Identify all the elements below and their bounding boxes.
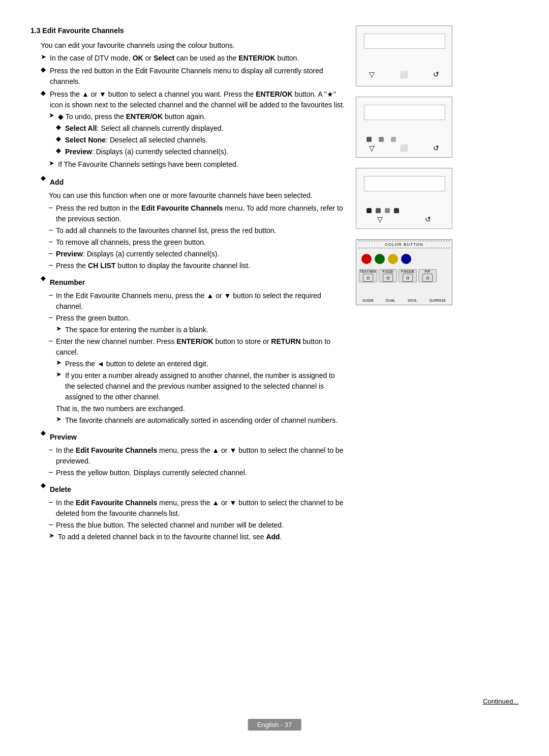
diag1-icon-return: ↺ [433,70,439,78]
sub-bullet-text-3: Preview: Displays (a) currently selected… [65,147,346,157]
diag4-color-buttons [361,254,411,264]
surround-label: SURR01E [430,299,446,302]
diag2-dot-3 [391,137,396,142]
green-button [375,254,385,264]
renumber-dash-text-1: In the Edit Favourite Channels menu, pre… [56,290,346,312]
diag3-dots [367,208,399,213]
add-header: Add [50,177,346,188]
preview-dash-text-1: In the Edit Favourite Channels menu, pre… [56,445,346,467]
preview-dash-1: – In the Edit Favourite Channels menu, p… [30,445,346,467]
dash-icon-d1: – [49,498,56,506]
delete-arrow-text-1: To add a deleted channel back in to the … [58,532,346,542]
add-dash-3: – To remove all channels, press the gree… [30,237,346,248]
diag4-bottom-labels: GUIDE DUAL SOUL SURR01E [356,299,452,302]
arrow-icon-r2: ➤ [56,359,65,366]
renumber-arrow-3: ➤ If you enter a number already assigned… [30,370,346,402]
dash-icon-4: – [49,249,56,257]
diag3-dot-3 [385,208,390,213]
sub-bullet-selectnone: ◆ Select None: Deselect all selected cha… [30,135,346,146]
diamond-icon-add: ◆ [41,174,50,182]
renumber-arrow-text-4: The favorite channels are automatically … [65,415,346,426]
sub-arrow-icon-1: ➤ [49,111,58,119]
arrow-if: ➤ If The Favourite Channels settings hav… [30,159,346,170]
add-dash-2: – To add all channels to the favourites … [30,225,346,236]
soul-label: SOUL [408,299,417,302]
intro-text: You can edit your favourite channels usi… [30,40,346,51]
sub-bullet-selectall: ◆ Select All: Select all channels curren… [30,123,346,134]
main-content: 1.3 Edit Favourite Channels You can edit… [30,25,346,725]
renumber-header: Renumber [50,277,346,288]
bullet-text-1: Press the red button in the Edit Favouri… [50,66,346,87]
add-dash-5: – Press the CH LIST button to display th… [30,260,346,271]
page-footer: English - 37 [248,719,301,731]
bullet-item-2: ◆ Press the ▲ or ▼ button to select a ch… [30,89,346,110]
sub-bullet-preview1: ◆ Preview: Displays (a) currently select… [30,147,346,157]
arrow-item-1: ➤ In the case of DTV mode, OK or Select … [30,53,346,64]
dash-icon-r1: – [49,290,56,299]
delete-arrow-1: ➤ To add a deleted channel back in to th… [30,532,346,542]
preview-header: Preview [50,432,346,443]
renumber-arrow-4: ➤ The favorite channels are automaticall… [30,415,346,426]
delete-dash-text-1: In the Edit Favourite Channels menu, pre… [56,498,346,519]
psize-button: P.SIZE⊡ [379,269,397,282]
renumber-arrow-2: ➤ Press the ◄ button to delete an entere… [30,359,346,369]
diamond-icon-delete: ◆ [41,481,50,489]
diamond-icon-5: ◆ [56,147,65,154]
add-dash-text-4: Preview: Displays (a) currently selected… [56,249,346,259]
diag3-icon-row: ▽ ↺ [356,215,452,223]
add-header-item: ◆ Add [30,174,346,189]
delete-dash-1: – In the Edit Favourite Channels menu, p… [30,498,346,519]
dash-icon-r3: – [49,336,56,344]
add-dash-text-2: To add all channels to the favourites ch… [56,225,346,236]
arrow-icon-d1: ➤ [49,532,58,539]
arrow-icon-r1: ➤ [56,325,65,332]
diag1-icon-row: ▽ ⬜ ↺ [356,70,452,78]
guide-label: GUIDE [362,299,374,302]
renumber-dash-1: – In the Edit Favourite Channels menu, p… [30,290,346,312]
renumber-dash-2: – Press the green button. [30,313,346,324]
remote-diagram-1: ▽ ⬜ ↺ [356,25,452,86]
diag3-dot-4 [394,208,399,213]
arrow-icon-if: ➤ [49,159,58,167]
dash-icon-5: – [49,260,56,269]
dash-icon-p1: – [49,445,56,453]
delete-header: Delete [50,484,346,495]
diamond-icon-3: ◆ [56,123,65,131]
diag4-function-buttons: TEXT/MIX⊡ P.SIZE⊡ P.MODE⊡ PIP⊡ [359,269,437,282]
diag3-icon-return: ↺ [425,215,431,223]
sub-bullet-text-1: Select All: Select all channels currentl… [65,123,346,134]
pmode-button: P.MODE⊡ [399,269,417,282]
renumber-dash-text-2: Press the green button. [56,313,346,324]
diag2-icon-return: ↺ [433,144,439,152]
continued-text: Continued... [483,697,518,705]
diag3-dot-2 [376,208,381,213]
diag2-inner-box [364,105,445,120]
red-button [361,254,372,264]
renumber-dash-3: – Enter the new channel number. Press EN… [30,336,346,358]
arrow-text-1: In the case of DTV mode, OK or Select ca… [50,53,346,64]
preview-header-item: ◆ Preview [30,429,346,444]
bullet-item-1: ◆ Press the red button in the Edit Favou… [30,66,346,87]
add-dash-text-5: Press the CH LIST button to display the … [56,260,346,271]
sub-bullet-text-2: Select None: Deselect all selected chann… [65,135,346,146]
textmix-button: TEXT/MIX⊡ [359,269,377,282]
preview-dash-text-2: Press the yellow button. Displays curren… [56,468,346,478]
diamond-icon-preview: ◆ [41,429,50,437]
bullet-text-2: Press the ▲ or ▼ button to select a chan… [50,89,346,110]
diamond-icon-4: ◆ [56,135,65,142]
diag3-dot-1 [367,208,372,213]
pip-button: PIP⊡ [418,269,437,282]
diag3-inner-box [364,176,445,191]
arrow-if-text: If The Favourite Channels settings have … [58,159,346,170]
remote-diagram-2: ▽ ⬜ ↺ [356,97,452,158]
diag1-inner-box [364,34,445,49]
sub-arrow-undo: ➤ ◆ To undo, press the ENTER/OK button a… [30,111,346,122]
dash-icon-1: – [49,203,56,211]
section-title: 1.3 Edit Favourite Channels [30,25,346,36]
diag2-dot-2 [379,137,384,142]
renumber-arrow-text-2: Press the ◄ button to delete an entered … [65,359,346,369]
renumber-dash-text-3: Enter the new channel number. Press ENTE… [56,336,346,358]
add-dash-text-1: Press the red button in the Edit Favouri… [56,203,346,224]
renumber-arrow-text-3: If you enter a number already assigned t… [65,370,346,402]
diag1-icon-enter: ⬜ [400,71,408,78]
